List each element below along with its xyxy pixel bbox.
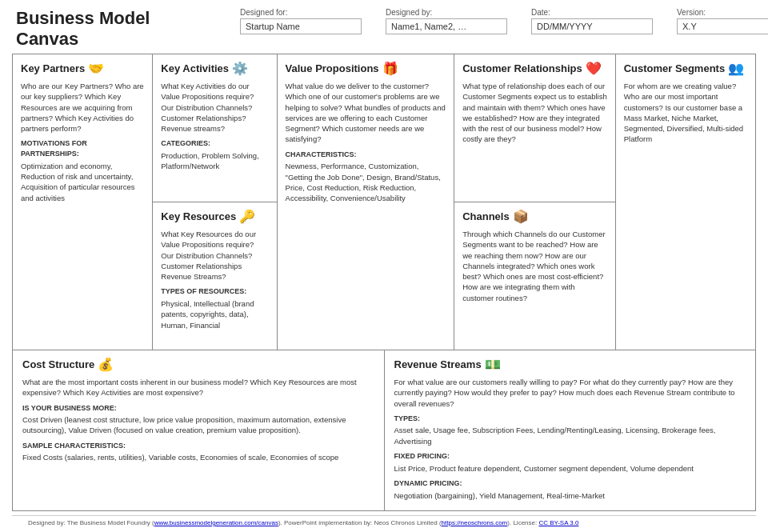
key-partners-text1: Who are our Key Partners? Who are our ke…	[21, 81, 144, 134]
key-activities-icon: ⚙️	[232, 61, 248, 76]
key-partners-icon: 🤝	[88, 61, 104, 76]
version-label: Version:	[677, 8, 768, 17]
customer-relationships-body: What type of relationship does each of o…	[462, 81, 607, 145]
cost-structure-icon: 💰	[98, 357, 114, 372]
version-input[interactable]	[677, 18, 768, 34]
cost-structure-title: Cost Structure 💰	[22, 357, 374, 372]
cost-structure-text1: What are the most important costs inhere…	[22, 377, 374, 398]
key-resources-body: What Key Resources do our Value Proposit…	[161, 229, 268, 330]
cost-structure-label: Cost Structure	[22, 358, 94, 370]
customer-relationships-section: Customer Relationships ❤️ What type of r…	[454, 54, 615, 202]
key-activities-text1: What Key Activities do our Value Proposi…	[161, 81, 268, 134]
value-propositions-label: Value Propositions	[286, 62, 379, 74]
header: Business Model Canvas Designed for: Desi…	[0, 0, 768, 54]
meta-fields: Designed for: Designed by: Date: Version…	[240, 8, 768, 34]
customer-segments-text1: For whom are we creating value? Who are …	[624, 81, 747, 145]
customer-segments-body: For whom are we creating value? Who are …	[624, 81, 747, 148]
key-resources-icon: 🔑	[239, 209, 255, 224]
revenue-streams-title: Revenue Streams 💵	[394, 357, 746, 372]
designed-by-input[interactable]	[386, 18, 507, 34]
revenue-streams-body: For what value are our customers really …	[394, 377, 746, 501]
designed-for-group: Designed for:	[240, 8, 362, 34]
key-activities-body: What Key Activities do our Value Proposi…	[161, 81, 268, 172]
page-title: Business Model Canvas	[16, 8, 176, 50]
customer-segments-label: Customer Segments	[624, 62, 725, 74]
middle-section: Key Activities ⚙️ What Key Activities do…	[153, 54, 277, 350]
customer-segments-icon: 👥	[728, 61, 744, 76]
date-input[interactable]	[531, 18, 653, 34]
key-resources-text2: Physical, Intellectual (brand patents, c…	[161, 298, 268, 330]
revenue-streams-text1: For what value are our customers really …	[394, 377, 746, 409]
key-partners-title: Key Partners 🤝	[21, 61, 144, 76]
version-group: Version:	[677, 8, 768, 34]
key-partners-cat1: MOTIVATIONS FOR PARTNERSHIPS:	[21, 138, 144, 158]
channels-icon: 📦	[513, 209, 529, 224]
key-activities-title: Key Activities ⚙️	[161, 61, 268, 76]
customer-relationships-text1: What type of relationship does each of o…	[462, 81, 607, 145]
channels-label: Channels	[462, 210, 510, 222]
cost-structure-body: What are the most important costs inhere…	[22, 377, 374, 463]
key-resources-cat1: TYPES OF RESOURCES:	[161, 286, 268, 297]
date-label: Date:	[531, 8, 653, 17]
revenue-streams-cat3: DYNAMIC PRICING:	[394, 478, 746, 489]
value-propositions-text2: Newness, Performance, Customization, "Ge…	[286, 161, 446, 203]
right-split-section: Customer Relationships ❤️ What type of r…	[454, 54, 616, 350]
revenue-streams-icon: 💵	[485, 357, 501, 372]
designed-by-group: Designed by:	[386, 8, 507, 34]
revenue-streams-label: Revenue Streams	[394, 358, 482, 370]
footer-link1[interactable]: www.businessmodelgeneration.com/canvas	[154, 519, 278, 526]
footer-text: Designed by: The Business Model Foundry …	[28, 519, 578, 526]
customer-relationships-icon: ❤️	[586, 61, 602, 76]
cost-structure-text3: Fixed Costs (salaries, rents, utilities)…	[22, 452, 374, 462]
canvas-grid: Key Partners 🤝 Who are our Key Partners?…	[12, 54, 756, 511]
revenue-streams-cat1: TYPES:	[394, 414, 746, 424]
channels-section: Channels 📦 Through which Channels do our…	[454, 202, 615, 350]
date-group: Date:	[531, 8, 653, 34]
value-propositions-text1: What value do we deliver to the customer…	[286, 81, 446, 145]
footer: Designed by: The Business Model Foundry …	[12, 515, 756, 530]
value-propositions-section: Value Propositions 🎁 What value do we de…	[278, 54, 455, 350]
cost-structure-section: Cost Structure 💰 What are the most impor…	[13, 350, 385, 510]
key-activities-cat1: CATEGORIES:	[161, 138, 268, 149]
value-propositions-cat1: CHARACTERISTICS:	[286, 150, 446, 160]
key-resources-title: Key Resources 🔑	[161, 209, 268, 224]
channels-title: Channels 📦	[462, 209, 607, 224]
key-resources-label: Key Resources	[161, 210, 236, 222]
revenue-streams-text4: Negotiation (bargaining), Yield Manageme…	[394, 490, 746, 501]
customer-relationships-label: Customer Relationships	[462, 62, 582, 74]
footer-license-link[interactable]: CC BY-SA 3.0	[538, 519, 578, 526]
key-partners-section: Key Partners 🤝 Who are our Key Partners?…	[13, 54, 153, 350]
page: Business Model Canvas Designed for: Desi…	[0, 0, 768, 532]
bottom-section: Cost Structure 💰 What are the most impor…	[13, 350, 755, 510]
revenue-streams-cat2: FIXED PRICING:	[394, 451, 746, 462]
revenue-streams-section: Revenue Streams 💵 For what value are our…	[385, 350, 756, 510]
customer-relationships-title: Customer Relationships ❤️	[462, 61, 607, 76]
key-partners-text2: Optimization and economy, Reduction of r…	[21, 161, 144, 203]
revenue-streams-text2: Asset sale, Usage fee, Subscription Fees…	[394, 425, 746, 446]
cost-structure-cat1: IS YOUR BUSINESS MORE:	[22, 403, 374, 414]
cost-structure-text2: Cost Driven (leanest cost structure, low…	[22, 414, 374, 436]
designed-for-input[interactable]	[240, 18, 362, 34]
key-activities-section: Key Activities ⚙️ What Key Activities do…	[153, 54, 276, 202]
key-activities-text2: Production, Problem Solving, Platform/Ne…	[161, 150, 268, 172]
customer-segments-section: Customer Segments 👥 For whom are we crea…	[616, 54, 755, 350]
designed-for-label: Designed for:	[240, 8, 362, 17]
key-partners-label: Key Partners	[21, 62, 85, 74]
channels-body: Through which Channels do our Customer S…	[462, 229, 607, 303]
channels-text1: Through which Channels do our Customer S…	[462, 229, 607, 303]
cost-structure-cat2: SAMPLE CHARACTERISTICS:	[22, 441, 374, 451]
key-partners-body: Who are our Key Partners? Who are our ke…	[21, 81, 144, 206]
designed-by-label: Designed by:	[386, 8, 507, 17]
key-activities-label: Key Activities	[161, 62, 229, 74]
footer-link2[interactable]: https://neoschrons.com	[442, 519, 508, 526]
revenue-streams-text3: List Price, Product feature dependent, C…	[394, 463, 746, 474]
value-propositions-body: What value do we deliver to the customer…	[286, 81, 446, 207]
customer-segments-title: Customer Segments 👥	[624, 61, 747, 76]
value-propositions-title: Value Propositions 🎁	[286, 61, 446, 76]
top-section: Key Partners 🤝 Who are our Key Partners?…	[13, 54, 755, 350]
key-resources-section: Key Resources 🔑 What Key Resources do ou…	[153, 202, 276, 350]
key-resources-text1: What Key Resources do our Value Proposit…	[161, 229, 268, 282]
value-propositions-icon: 🎁	[382, 61, 398, 76]
